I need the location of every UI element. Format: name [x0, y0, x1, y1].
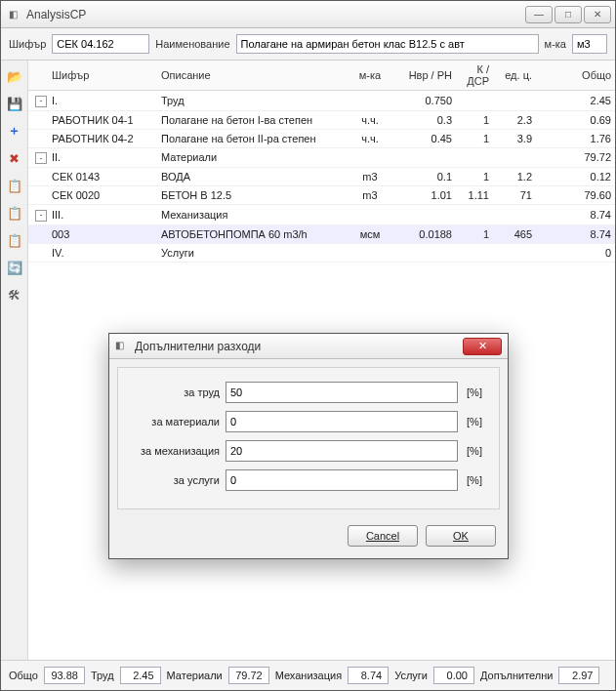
cancel-button[interactable]: Cancel	[348, 525, 418, 547]
main-window: ◧ AnalysisCP — □ ✕ Шифър Наименование м-…	[0, 0, 616, 691]
labor-pct: [%]	[464, 386, 485, 398]
dialog-buttons: Cancel OK	[109, 517, 508, 558]
svc-input[interactable]	[226, 469, 458, 491]
mech-pct: [%]	[464, 445, 485, 457]
labor-input[interactable]	[226, 382, 458, 403]
dialog-icon: ◧	[115, 340, 129, 353]
labor-label: за труд	[132, 386, 220, 398]
extra-costs-dialog: ◧ Допълнителни разходи ✕ за труд [%] за …	[108, 333, 509, 559]
dialog-titlebar: ◧ Допълнителни разходи ✕	[109, 334, 508, 359]
dialog-title: Допълнителни разходи	[135, 340, 463, 353]
materials-pct: [%]	[464, 416, 485, 427]
mech-label: за механизация	[132, 445, 220, 457]
dialog-body: за труд [%] за материали [%] за механиза…	[117, 367, 500, 509]
materials-label: за материали	[132, 416, 220, 427]
svc-label: за услуги	[132, 474, 220, 486]
ok-button[interactable]: OK	[426, 525, 496, 547]
dialog-overlay: ◧ Допълнителни разходи ✕ за труд [%] за …	[1, 1, 615, 690]
dialog-close-button[interactable]: ✕	[463, 338, 502, 355]
mech-input[interactable]	[226, 440, 458, 462]
svc-pct: [%]	[464, 474, 485, 486]
materials-input[interactable]	[226, 411, 458, 432]
